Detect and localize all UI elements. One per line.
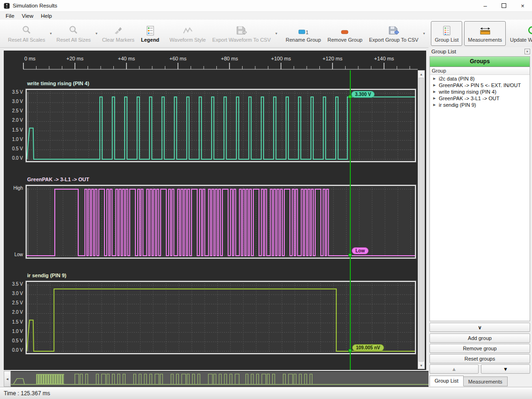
export-group-csv-button[interactable]: Export Group To CSV	[366, 21, 422, 46]
tree-item-label: write timing rising (PIN 4)	[439, 89, 496, 95]
button-label: Waveform Style	[170, 37, 206, 43]
expand-arrow-icon[interactable]: ▶	[433, 77, 437, 81]
group-list-toggle-button[interactable]: Group List	[431, 21, 462, 46]
button-label: Export Group To CSV	[369, 37, 419, 43]
y-axis-label: 1.5 V	[4, 127, 23, 133]
reset-all-sizes-dropdown[interactable]: ▾	[94, 20, 99, 47]
remove-group-button[interactable]: Remove group	[429, 344, 530, 353]
waveform-plot-write-timing[interactable]	[26, 89, 416, 162]
remove-icon	[340, 24, 350, 36]
tree-item-label: GreenPAK -> PIN 5 <- EXT. IN/OUT	[439, 82, 521, 88]
export-waveform-csv-button[interactable]: Export Waveform To CSV	[209, 21, 274, 46]
tree-item-write-timing[interactable]: ▶ write timing rising (PIN 4)	[430, 89, 530, 95]
y-axis-label: 3.5 V	[4, 281, 23, 287]
expand-arrow-icon[interactable]: ▶	[433, 83, 437, 87]
y-axis-label: Low	[4, 252, 23, 257]
ruler-icon	[479, 24, 492, 36]
panel-tabs: Group List Measurements	[429, 375, 508, 386]
panel-title: Group List	[431, 49, 456, 54]
svg-text:+40 ms: +40 ms	[118, 56, 135, 61]
marker-value-badge[interactable]: 109.005 nV	[352, 344, 384, 351]
panel-title: write timing rising (PIN 4)	[27, 81, 89, 86]
group-column-header[interactable]: Group	[430, 67, 530, 75]
y-axis-label: 0.5 V	[4, 146, 23, 151]
button-label: Export Waveform To CSV	[212, 37, 271, 43]
expand-arrow-icon[interactable]: ▶	[433, 103, 437, 107]
overview-waveform[interactable]	[11, 371, 459, 387]
button-label: Clear Markers	[102, 37, 134, 43]
tree-item-ir-sendig[interactable]: ▶ ir sendig (PIN 9)	[430, 102, 530, 108]
export-waveform-csv-dropdown[interactable]: ▾	[274, 20, 279, 47]
reset-groups-button[interactable]: Reset groups	[429, 354, 530, 363]
scroll-up-button[interactable]: ▲	[418, 71, 424, 77]
group-list-icon	[443, 24, 451, 36]
button-label: Legend	[141, 37, 159, 43]
expand-arrow-icon[interactable]: ▶	[433, 90, 437, 94]
y-axis-label: 3.0 V	[4, 291, 23, 296]
panel-title: ir sendig (PIN 9)	[27, 273, 66, 278]
svg-text:1: 1	[306, 30, 309, 35]
y-axis-label: 2.5 V	[4, 300, 23, 305]
remove-group-button[interactable]: Remove Group	[324, 21, 366, 46]
update-waveforms-button[interactable]: Update Waveforms	[507, 21, 532, 46]
marker-value-badge[interactable]: Low	[352, 247, 369, 254]
app-icon	[4, 3, 10, 9]
marker-anchor[interactable]	[348, 253, 352, 257]
add-group-button[interactable]: Add group	[429, 333, 530, 343]
menu-view[interactable]: View	[18, 13, 37, 19]
menu-file[interactable]: File	[2, 13, 18, 19]
legend-button[interactable]: Legend	[138, 21, 163, 46]
tree-item-3l1-out[interactable]: ▶ GreenPAK -> 3-L1 -> OUT	[430, 95, 530, 101]
marker-anchor[interactable]	[348, 349, 352, 352]
time-ruler[interactable]: 0 ms+20 ms+40 ms+60 ms+80 ms+100 ms+120 …	[4, 51, 426, 72]
time-cursor[interactable]	[350, 70, 351, 370]
waveform-plot-ir-sendig[interactable]	[26, 281, 416, 354]
menu-bar: File View Help	[0, 12, 532, 20]
y-axis-label: 0.0 V	[4, 155, 23, 161]
y-axis-label: 1.5 V	[4, 319, 23, 325]
menu-help[interactable]: Help	[37, 13, 56, 19]
reset-all-sizes-button[interactable]: Reset All Sizes	[53, 21, 94, 46]
reset-all-scales-button[interactable]: Reset All Scales	[5, 21, 48, 46]
button-label: Measurements	[468, 37, 502, 43]
tree-item-i2c-data[interactable]: ▶ i2c data (PIN 8)	[430, 75, 530, 81]
magnifier-icon	[22, 24, 32, 36]
reset-all-scales-dropdown[interactable]: ▾	[48, 20, 53, 47]
close-button[interactable]: ×	[513, 0, 532, 11]
waveform-style-button[interactable]: Waveform Style	[166, 21, 209, 46]
y-axis-label: 2.0 V	[4, 310, 23, 315]
restore-icon	[502, 3, 506, 8]
legend-icon	[146, 24, 155, 36]
tree-item-pin5[interactable]: ▶ GreenPAK -> PIN 5 <- EXT. IN/OUT	[430, 82, 530, 88]
collapse-button[interactable]: ∨	[429, 323, 530, 332]
groups-box: Groups Group ▶ i2c data (PIN 8) ▶ GreenP…	[429, 56, 530, 321]
panel-close-icon[interactable]: ×	[525, 49, 530, 54]
panel-title: GreenPAK -> 3-L1 -> OUT	[27, 177, 89, 182]
move-up-button[interactable]: ▲	[429, 364, 479, 374]
export-group-csv-dropdown[interactable]: ▾	[421, 20, 426, 47]
overview-scroll-left-button[interactable]: ◂	[4, 371, 11, 387]
measurements-toggle-button[interactable]: Measurements	[464, 21, 506, 46]
waveform-icon	[182, 24, 193, 36]
move-down-button[interactable]: ▼	[481, 364, 530, 374]
minimize-button[interactable]: –	[476, 0, 495, 11]
expand-arrow-icon[interactable]: ▶	[433, 96, 437, 100]
restore-button[interactable]	[495, 0, 513, 11]
tab-group-list[interactable]: Group List	[429, 376, 464, 386]
scroll-down-button[interactable]: ▼	[418, 362, 424, 369]
rename-group-button[interactable]: 1 Rename Group	[282, 21, 324, 46]
status-bar: Time : 125.367 ms	[0, 387, 532, 399]
tab-measurements[interactable]: Measurements	[464, 377, 508, 386]
group-list-panel: Group List × Groups Group ▶ i2c data (PI…	[429, 47, 532, 387]
y-axis-label: 2.5 V	[4, 108, 23, 113]
vertical-scrollbar[interactable]: ▲ ▼	[418, 70, 425, 369]
title-bar: Simulation Results – ×	[0, 0, 532, 12]
y-axis-label: 1.0 V	[4, 329, 23, 334]
marker-value-badge[interactable]: 3.300 V	[351, 91, 375, 98]
overview-strip: ◂ ▸	[4, 371, 466, 387]
clear-markers-button[interactable]: Clear Markers	[99, 21, 138, 46]
save-export-icon	[236, 24, 248, 36]
save-export-icon	[388, 24, 400, 36]
scrollbar-thumb[interactable]	[419, 78, 424, 362]
y-axis-label: 3.5 V	[4, 89, 23, 95]
